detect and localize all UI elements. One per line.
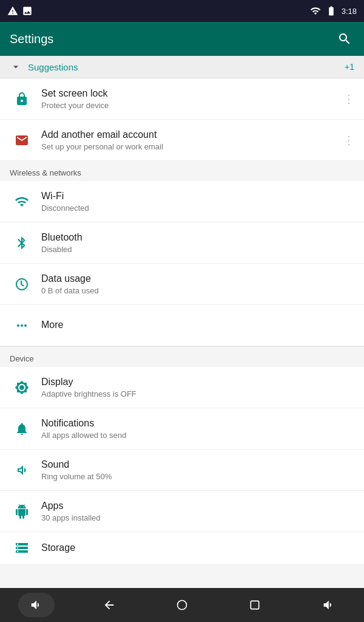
settings-item-email[interactable]: Add another email account Set up your pe…: [0, 120, 364, 161]
screen-lock-more-button[interactable]: ⋮: [343, 92, 354, 106]
settings-item-apps[interactable]: Apps 30 apps installed: [0, 491, 364, 532]
wifi-status-icon: [310, 5, 321, 16]
display-text: Display Adaptive brightness is OFF: [34, 376, 354, 399]
bell-icon: [15, 422, 29, 436]
more-icon-container: [10, 318, 34, 333]
settings-item-more[interactable]: More: [0, 305, 364, 346]
status-time: 3:18: [342, 7, 357, 16]
svg-point-0: [178, 601, 187, 610]
page-title: Settings: [10, 32, 53, 46]
settings-item-data-usage[interactable]: Data usage 0 B of data used: [0, 264, 364, 305]
display-title: Display: [41, 376, 347, 389]
display-icon: [15, 380, 29, 395]
bluetooth-text: Bluetooth Disabled: [34, 231, 354, 255]
more-horiz-icon: [15, 318, 29, 333]
bluetooth-subtitle: Disabled: [41, 245, 347, 254]
settings-item-bluetooth[interactable]: Bluetooth Disabled: [0, 222, 364, 264]
email-subtitle: Set up your personal or work email: [41, 142, 336, 151]
screen-lock-title: Set screen lock: [41, 87, 336, 100]
storage-icon: [15, 541, 29, 555]
settings-item-screen-lock[interactable]: Set screen lock Protect your device ⋮: [0, 78, 364, 120]
suggestions-row[interactable]: Suggestions +1: [0, 56, 364, 78]
recents-button[interactable]: [237, 593, 273, 617]
back-button[interactable]: [91, 593, 127, 617]
chevron-down-icon: [10, 61, 22, 73]
settings-item-notifications[interactable]: Notifications All apps allowed to send: [0, 408, 364, 449]
wifi-text: Wi-Fi Disconnected: [34, 190, 354, 213]
volume-up-icon: [30, 598, 43, 612]
email-title: Add another email account: [41, 129, 336, 142]
sound-text: Sound Ring volume at 50%: [34, 459, 354, 482]
storage-icon-container: [10, 541, 34, 555]
lock-icon: [15, 92, 29, 106]
wifi-icon: [15, 194, 29, 209]
wifi-title: Wi-Fi: [41, 190, 347, 203]
navigation-bar: [0, 588, 364, 622]
wireless-section-header: Wireless & networks: [0, 161, 364, 181]
notifications-subtitle: All apps allowed to send: [41, 431, 347, 440]
warning-icon: [7, 5, 18, 16]
wifi-subtitle: Disconnected: [41, 203, 347, 213]
bluetooth-icon: [15, 236, 29, 250]
sound-title: Sound: [41, 459, 347, 471]
screen-lock-subtitle: Protect your device: [41, 101, 336, 110]
home-button[interactable]: [164, 593, 200, 617]
settings-item-display[interactable]: Display Adaptive brightness is OFF: [0, 367, 364, 408]
status-bar-left: [7, 5, 33, 16]
back-icon: [103, 598, 116, 612]
notifications-text: Notifications All apps allowed to send: [34, 417, 354, 440]
app-bar: Settings: [0, 22, 364, 56]
email-icon: [15, 133, 29, 148]
recents-icon: [249, 599, 261, 611]
more-text: More: [34, 319, 354, 332]
data-usage-title: Data usage: [41, 273, 347, 285]
image-icon: [22, 5, 33, 16]
status-bar-right: 3:18: [310, 5, 357, 16]
settings-item-sound[interactable]: Sound Ring volume at 50%: [0, 449, 364, 491]
volume-left-button[interactable]: [18, 593, 55, 617]
data-usage-text: Data usage 0 B of data used: [34, 273, 354, 296]
apps-subtitle: 30 apps installed: [41, 513, 347, 522]
email-more-button[interactable]: ⋮: [343, 134, 354, 147]
lock-icon-container: [10, 92, 34, 106]
suggestions-left: Suggestions: [10, 61, 78, 73]
status-bar: 3:18: [0, 0, 364, 22]
screen-lock-text: Set screen lock Protect your device: [34, 87, 343, 111]
device-section-header: Device: [0, 347, 364, 367]
volume-right-icon: [321, 598, 334, 612]
storage-title: Storage: [41, 542, 347, 555]
svg-rect-1: [251, 601, 258, 609]
bluetooth-icon-container: [10, 236, 34, 250]
email-icon-container: [10, 133, 34, 148]
search-icon: [337, 32, 352, 46]
notifications-icon-container: [10, 422, 34, 436]
battery-status-icon: [326, 5, 337, 16]
settings-item-storage[interactable]: Storage: [0, 532, 364, 564]
home-icon: [176, 599, 188, 611]
notifications-title: Notifications: [41, 417, 347, 430]
suggestions-label: Suggestions: [28, 62, 78, 72]
more-title: More: [41, 319, 347, 332]
email-text: Add another email account Set up your pe…: [34, 129, 343, 152]
settings-item-wifi[interactable]: Wi-Fi Disconnected: [0, 181, 364, 222]
wifi-icon-container: [10, 194, 34, 209]
storage-text: Storage: [34, 542, 354, 555]
sound-subtitle: Ring volume at 50%: [41, 472, 347, 481]
volume-right-button[interactable]: [309, 593, 346, 617]
data-usage-icon-container: [10, 277, 34, 292]
bluetooth-title: Bluetooth: [41, 231, 347, 244]
suggestions-plus: +1: [345, 62, 354, 72]
display-icon-container: [10, 380, 34, 395]
sound-icon-container: [10, 463, 34, 477]
apps-icon-container: [10, 504, 34, 519]
search-button[interactable]: [335, 29, 354, 49]
android-icon: [15, 504, 29, 519]
data-usage-subtitle: 0 B of data used: [41, 286, 347, 295]
display-subtitle: Adaptive brightness is OFF: [41, 389, 347, 398]
apps-text: Apps 30 apps installed: [34, 500, 354, 523]
apps-title: Apps: [41, 500, 347, 513]
volume-icon: [15, 463, 29, 477]
data-usage-icon: [15, 277, 29, 292]
